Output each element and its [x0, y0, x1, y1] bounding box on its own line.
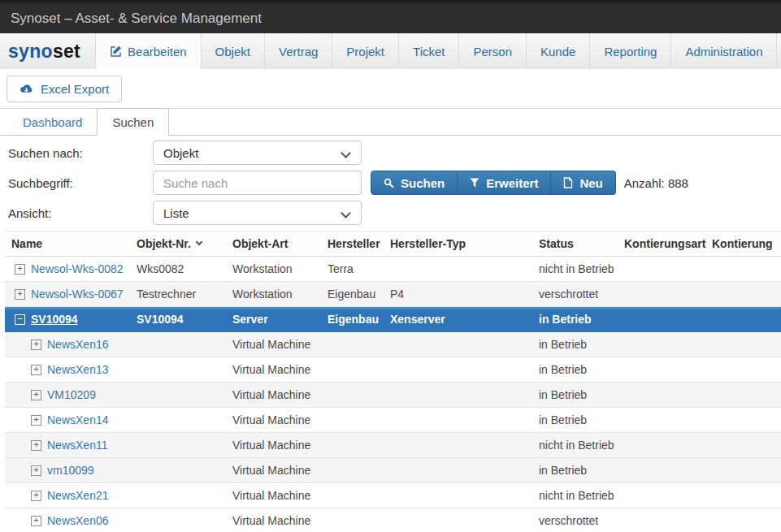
view-select[interactable]: Liste [153, 201, 362, 225]
cell-hersteller-typ: Xenserver [384, 313, 532, 326]
tab-suchen[interactable]: Suchen [97, 108, 169, 136]
cell-objekt-art: Virtual Machine [226, 338, 321, 351]
column-header-label: Objekt-Nr. [137, 237, 191, 250]
search-form: Suchen nach: Objekt Suchbegriff: Suchen … [0, 136, 781, 225]
table-row[interactable]: +NewsXen14Virtual Machinein Betrieb [5, 408, 781, 433]
cell-name: +vm10099 [5, 464, 130, 477]
column-header-status[interactable]: Status [532, 237, 618, 250]
table-row[interactable]: +NewsXen16Virtual Machinein Betrieb [5, 332, 781, 357]
column-header-hersteller[interactable]: Hersteller [321, 237, 384, 250]
column-header-hersteller-typ[interactable]: Hersteller-Typ [384, 237, 532, 250]
expand-icon[interactable]: + [15, 289, 25, 300]
menu-item-projekt[interactable]: Projekt [332, 33, 399, 69]
column-header-label: Kontierung [712, 237, 773, 250]
search-for-row: Suchen nach: Objekt [8, 141, 781, 165]
tab-label: Suchen [112, 115, 154, 129]
search-button[interactable]: Suchen [371, 171, 458, 195]
search-button-label: Suchen [401, 176, 445, 190]
view-row: Ansicht: Liste [8, 201, 781, 225]
expand-icon[interactable]: + [15, 264, 25, 275]
table-row[interactable]: +NewsXen11Virtual Machinenicht in Betrie… [5, 433, 781, 458]
expand-icon[interactable]: + [31, 365, 41, 375]
table-row[interactable]: +Newsol-Wks-0082Wks0082WorkstationTerran… [5, 257, 781, 282]
advanced-button[interactable]: Erweitert [458, 171, 551, 195]
search-icon [384, 178, 394, 188]
table-row[interactable]: +NewsXen06Virtual Machineverschrottet [5, 508, 781, 532]
object-link[interactable]: vm10099 [47, 464, 94, 477]
column-header-objekt-nr[interactable]: Objekt-Nr. [130, 237, 226, 250]
cell-name: +NewsXen16 [5, 338, 130, 351]
column-header-kontierungsart[interactable]: Kontierungsart [618, 237, 705, 250]
table-row[interactable]: +VM10209Virtual Machinein Betrieb [5, 383, 781, 408]
cell-objekt-art: Virtual Machine [226, 489, 321, 502]
cell-objekt-nr: Testrechner [130, 288, 226, 301]
menu-item-mein-konto[interactable]: Mein Konto [777, 33, 781, 69]
cell-name: +NewsXen14 [5, 413, 130, 426]
main-menu: BearbeitenObjektVertragProjektTicketPers… [95, 33, 781, 69]
column-header-objekt-art[interactable]: Objekt-Art [226, 237, 321, 250]
expand-icon[interactable]: + [31, 340, 41, 350]
table-row[interactable]: +NewsXen13Virtual Machinein Betrieb [5, 357, 781, 383]
menu-item-person[interactable]: Person [459, 33, 527, 69]
table-row[interactable]: +vm10099Virtual Machinein Betrieb [5, 458, 781, 483]
cell-objekt-art: Virtual Machine [226, 514, 321, 527]
menu-item-label: Kunde [540, 45, 575, 58]
object-link[interactable]: Newsol-Wks-0082 [31, 262, 124, 275]
excel-export-button[interactable]: Excel Export [7, 76, 122, 102]
object-link[interactable]: NewsXen14 [47, 413, 109, 426]
expand-icon[interactable]: + [31, 415, 41, 426]
main-navbar: synoset BearbeitenObjektVertragProjektTi… [0, 33, 781, 69]
column-header-label: Name [11, 237, 42, 250]
new-button[interactable]: Neu [551, 171, 615, 195]
table-row[interactable]: +NewsXen21Virtual Machinenicht in Betrie… [5, 483, 781, 508]
object-link[interactable]: NewsXen13 [47, 363, 109, 376]
menu-item-objekt[interactable]: Objekt [202, 33, 265, 69]
column-header-label: Hersteller [328, 237, 380, 250]
cell-status: in Betrieb [532, 338, 618, 351]
expand-icon[interactable]: + [31, 516, 41, 526]
cell-name: +Newsol-Wks-0082 [5, 262, 130, 275]
menu-item-label: Person [473, 45, 512, 58]
menu-item-kunde[interactable]: Kunde [527, 33, 590, 69]
object-link[interactable]: NewsXen11 [47, 439, 107, 452]
expand-icon[interactable]: + [31, 465, 41, 476]
object-link[interactable]: NewsXen21 [47, 489, 109, 502]
menu-item-reporting[interactable]: Reporting [590, 33, 671, 69]
expand-icon[interactable]: + [31, 390, 41, 400]
cloud-download-icon [20, 84, 33, 95]
menu-item-bearbeiten[interactable]: Bearbeiten [95, 33, 202, 69]
cell-hersteller: Terra [321, 262, 384, 275]
menu-item-administration[interactable]: Administration [671, 33, 777, 69]
cell-status: verschrottet [532, 514, 618, 527]
edit-icon [110, 45, 122, 58]
search-term-label: Suchbegriff: [8, 176, 153, 190]
search-type-value: Objekt [163, 146, 198, 160]
object-link[interactable]: VM10209 [47, 388, 96, 401]
cell-status: in Betrieb [532, 363, 618, 376]
expand-icon[interactable]: + [31, 491, 41, 501]
new-document-icon [563, 177, 573, 188]
search-term-row: Suchbegriff: Suchen Erweitert [8, 171, 781, 195]
collapse-icon[interactable]: − [15, 314, 25, 325]
logo-part-2: set [53, 41, 80, 63]
window-titlebar: Synoset – Asset- & Service Management [0, 0, 781, 33]
column-header-kontierung[interactable]: Kontierung [705, 237, 781, 250]
object-link[interactable]: NewsXen16 [47, 338, 109, 351]
table-row[interactable]: +Newsol-Wks-0067TestrechnerWorkstationEi… [5, 282, 781, 307]
menu-item-vertrag[interactable]: Vertrag [265, 33, 332, 69]
tab-dashboard[interactable]: Dashboard [8, 109, 97, 135]
object-link[interactable]: Newsol-Wks-0067 [31, 288, 124, 301]
menu-item-ticket[interactable]: Ticket [399, 33, 459, 69]
expand-icon[interactable]: + [31, 440, 41, 451]
menu-item-label: Administration [685, 45, 762, 58]
excel-export-label: Excel Export [41, 82, 109, 96]
search-input[interactable] [153, 171, 362, 195]
cell-status: verschrottet [532, 288, 618, 301]
column-header-name[interactable]: Name [5, 237, 130, 250]
search-type-select[interactable]: Objekt [153, 141, 362, 165]
object-link[interactable]: NewsXen06 [47, 514, 109, 527]
object-link[interactable]: SV10094 [31, 313, 78, 326]
cell-status: nicht in Betrieb [532, 262, 618, 275]
table-row[interactable]: −SV10094SV10094ServerEigenbauXenserverin… [5, 307, 781, 332]
filter-icon [470, 178, 479, 188]
